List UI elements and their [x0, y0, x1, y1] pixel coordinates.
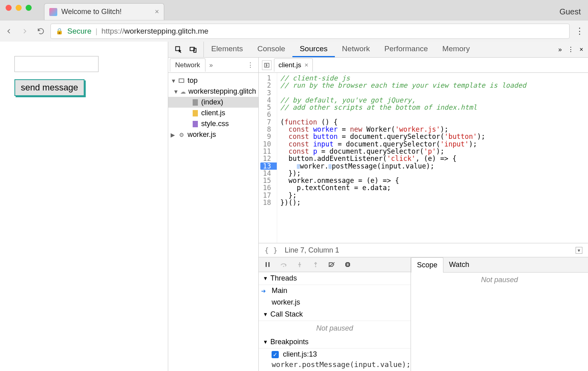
tab-favicon	[49, 8, 57, 16]
page-viewport: send message	[0, 42, 168, 371]
scope-not-paused: Not paused	[411, 273, 588, 287]
code-line	[280, 89, 585, 96]
code-line: const button = document.querySelector('b…	[280, 133, 585, 140]
gutter-line[interactable]: 14	[260, 170, 273, 177]
callstack-not-paused: Not paused	[259, 321, 411, 336]
gutter-line[interactable]: 18	[260, 199, 273, 206]
gutter-line[interactable]: 12	[260, 155, 273, 162]
gutter-line[interactable]: 15	[260, 177, 273, 184]
editor-tab-clientjs[interactable]: client.js ×	[274, 58, 313, 72]
gutter-line[interactable]: 1	[260, 74, 273, 82]
thread-item[interactable]: worker.js	[259, 297, 411, 308]
back-button[interactable]	[4, 26, 14, 36]
svg-rect-11	[348, 263, 349, 266]
callstack-section[interactable]: ▼ Call Stack	[259, 308, 411, 321]
devtools-tab-elements[interactable]: Elements	[204, 42, 250, 57]
device-toolbar-icon[interactable]	[189, 46, 197, 54]
svg-point-6	[283, 266, 284, 267]
code-line: (function () {	[280, 118, 585, 126]
code-line: // client-side js	[280, 74, 585, 82]
sources-navigator: Network » ⋮ ▼ top ▼ ☁ workerstepping.gli…	[168, 58, 259, 371]
reload-button[interactable]	[36, 26, 46, 36]
gutter-line[interactable]: 7	[260, 118, 273, 126]
gutter-line[interactable]: 3	[260, 89, 273, 96]
browser-tab[interactable]: Welcome to Glitch! ×	[44, 3, 164, 20]
devtools-tab-network[interactable]: Network	[335, 42, 377, 57]
step-over-button[interactable]	[280, 261, 288, 269]
tree-domain[interactable]: ▼ ☁ workerstepping.glitch	[168, 86, 258, 97]
gutter-line[interactable]: 6	[260, 111, 273, 118]
devtools-tabs: ElementsConsoleSourcesNetworkPerformance…	[204, 42, 554, 57]
tree-file-index[interactable]: (index)	[168, 97, 258, 108]
tree-file-clientjs[interactable]: client.js	[168, 108, 258, 118]
devtools-panel: ElementsConsoleSourcesNetworkPerformance…	[168, 42, 588, 371]
send-message-button[interactable]: send message	[14, 79, 85, 96]
pause-on-exceptions-button[interactable]	[344, 261, 352, 269]
devtools-menu-button[interactable]: ⋮	[568, 46, 574, 53]
url-text: https://workerstepping.glitch.me	[101, 27, 208, 36]
gutter-line[interactable]: 10	[260, 140, 273, 148]
devtools-topbar: ElementsConsoleSourcesNetworkPerformance…	[168, 42, 588, 58]
breakpoints-section[interactable]: ▼ Breakpoints	[259, 336, 411, 349]
scope-watch-tabs: Scope Watch	[411, 257, 588, 273]
code-line: worker.onmessage = (e) => {	[280, 177, 585, 184]
watch-tab[interactable]: Watch	[443, 257, 475, 272]
navigator-tab-network[interactable]: Network	[170, 58, 205, 72]
devtools-tab-performance[interactable]: Performance	[377, 42, 435, 57]
step-out-button[interactable]	[312, 261, 320, 269]
deactivate-breakpoints-button[interactable]	[328, 261, 336, 269]
scope-tab[interactable]: Scope	[411, 257, 443, 273]
svg-point-7	[299, 266, 300, 267]
tree-top-frame[interactable]: ▼ top	[168, 75, 258, 86]
window-zoom-button[interactable]	[26, 5, 32, 11]
message-input[interactable]	[14, 56, 99, 72]
devtools-tab-console[interactable]: Console	[250, 42, 292, 57]
gutter-line[interactable]: 13	[260, 162, 276, 170]
code-line: button.addEventListener('click', (e) => …	[280, 155, 585, 162]
svg-rect-5	[268, 262, 270, 267]
gutter-line[interactable]: 17	[260, 192, 273, 199]
tree-file-stylecss[interactable]: style.css	[168, 118, 258, 129]
code-line: const p = document.querySelector('p');	[280, 148, 585, 155]
browser-menu-button[interactable]: ⋮	[575, 26, 584, 36]
gutter-line[interactable]: 11	[260, 148, 273, 155]
code-editor[interactable]: 123456789101112131415161718 // client-si…	[259, 73, 588, 243]
code-line: const worker = new Worker('worker.js');	[280, 126, 585, 133]
address-bar-row: 🔒 Secure | https://workerstepping.glitch…	[0, 20, 588, 42]
navigator-more-tabs[interactable]: »	[205, 62, 217, 69]
devtools-tab-sources[interactable]: Sources	[292, 42, 335, 57]
toggle-console-button[interactable]: ▾	[576, 247, 582, 254]
pause-button[interactable]	[264, 261, 272, 269]
svg-rect-3	[265, 63, 269, 67]
breakpoint-item[interactable]: ✓client.js:13	[259, 349, 411, 360]
devtools-tab-memory[interactable]: Memory	[435, 42, 477, 57]
gutter-line[interactable]: 2	[260, 82, 273, 89]
window-close-button[interactable]	[6, 5, 12, 11]
step-into-button[interactable]	[296, 261, 304, 269]
gutter-line[interactable]: 8	[260, 126, 273, 133]
threads-section[interactable]: ▼ Threads	[259, 272, 411, 285]
devtools-close-button[interactable]: ×	[580, 46, 583, 53]
toggle-navigator-button[interactable]	[262, 60, 272, 70]
editor-statusbar: { } Line 7, Column 1 ▾	[259, 243, 588, 257]
pretty-print-button[interactable]: { }	[264, 246, 278, 255]
cursor-position: Line 7, Column 1	[285, 246, 339, 255]
breakpoint-checkbox[interactable]: ✓	[272, 351, 279, 358]
navigator-menu[interactable]: ⋮	[244, 61, 257, 69]
forward-button[interactable]	[20, 26, 30, 36]
code-line: };	[280, 192, 585, 199]
tree-worker[interactable]: ▶ ⚙ worker.js	[168, 129, 258, 140]
editor-tab-close[interactable]: ×	[304, 61, 308, 69]
gutter-line[interactable]: 5	[260, 104, 273, 111]
code-line: // run by the browser each time your vie…	[280, 82, 585, 89]
tab-close-button[interactable]: ×	[155, 8, 159, 16]
more-tabs-button[interactable]: »	[558, 46, 562, 53]
gutter-line[interactable]: 4	[260, 96, 273, 104]
code-line: })();	[280, 199, 585, 206]
window-minimize-button[interactable]	[16, 5, 22, 11]
gutter-line[interactable]: 9	[260, 133, 273, 140]
gutter-line[interactable]: 16	[260, 184, 273, 191]
address-bar[interactable]: 🔒 Secure | https://workerstepping.glitch…	[50, 24, 570, 39]
thread-item[interactable]: Main	[259, 285, 411, 297]
inspect-element-icon[interactable]	[175, 46, 183, 54]
